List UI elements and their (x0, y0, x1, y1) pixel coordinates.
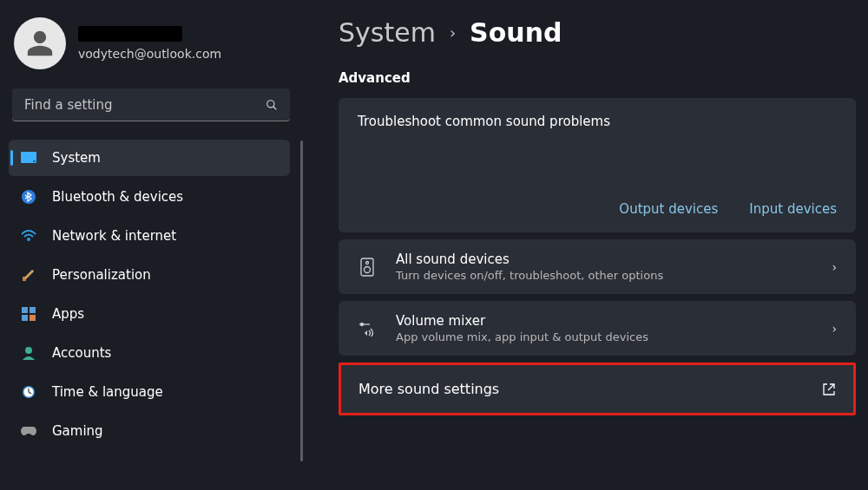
system-icon (21, 150, 36, 166)
more-settings-title: More sound settings (358, 381, 499, 397)
input-devices-link[interactable]: Input devices (749, 201, 837, 217)
breadcrumb-parent[interactable]: System (339, 17, 436, 48)
search-icon (266, 99, 278, 111)
profile-name-redacted (78, 26, 182, 42)
avatar (14, 17, 66, 69)
svg-rect-7 (22, 307, 28, 313)
profile-section[interactable]: vodytech@outlook.com (9, 16, 295, 83)
svg-rect-3 (33, 160, 36, 162)
svg-rect-9 (22, 315, 28, 321)
sidebar-item-apps[interactable]: Apps (9, 296, 290, 332)
svg-point-0 (267, 100, 274, 107)
accounts-icon (21, 345, 36, 361)
svg-rect-8 (30, 307, 36, 313)
gaming-icon (21, 423, 36, 439)
sidebar-item-label: Bluetooth & devices (52, 189, 183, 205)
sidebar-item-label: Accounts (52, 345, 111, 361)
content-area: System › Sound Advanced Troubleshoot com… (304, 0, 868, 490)
sidebar-item-personalization[interactable]: Personalization (9, 257, 290, 293)
mixer-title: Volume mixer (396, 313, 812, 329)
time-icon (21, 384, 36, 400)
chevron-right-icon: › (832, 322, 837, 336)
sidebar-item-label: Apps (52, 306, 84, 322)
profile-email: vodytech@outlook.com (78, 47, 221, 61)
sidebar-item-system[interactable]: System (9, 140, 290, 176)
breadcrumb: System › Sound (339, 17, 859, 48)
volume-mixer-row[interactable]: Volume mixer App volume mix, app input &… (339, 301, 856, 356)
sidebar-item-accounts[interactable]: Accounts (9, 335, 290, 371)
output-devices-link[interactable]: Output devices (619, 201, 718, 217)
svg-point-15 (366, 261, 369, 264)
mixer-icon (358, 321, 377, 336)
more-sound-settings-row[interactable]: More sound settings (339, 363, 856, 415)
apps-icon (21, 306, 36, 322)
chevron-right-icon: › (450, 23, 456, 42)
sidebar-item-gaming[interactable]: Gaming (9, 413, 290, 449)
all-devices-title: All sound devices (396, 252, 812, 267)
bluetooth-icon (21, 189, 36, 205)
sidebar-item-label: Gaming (52, 423, 103, 439)
troubleshoot-title: Troubleshoot common sound problems (358, 114, 837, 129)
person-icon (25, 29, 55, 58)
chevron-right-icon: › (832, 260, 837, 274)
search-input[interactable]: Find a setting (12, 88, 290, 121)
all-devices-sub: Turn devices on/off, troubleshoot, other… (396, 269, 812, 282)
search-placeholder: Find a setting (24, 97, 112, 113)
external-link-icon (822, 382, 836, 396)
sidebar-item-label: Network & internet (52, 228, 176, 244)
sidebar-item-network[interactable]: Network & internet (9, 218, 290, 254)
svg-point-18 (361, 323, 364, 325)
sidebar-item-label: System (52, 150, 101, 166)
svg-rect-10 (30, 315, 36, 321)
sidebar-item-label: Personalization (52, 267, 151, 283)
sidebar: vodytech@outlook.com Find a setting Syst… (0, 0, 304, 490)
nav-list: System Bluetooth & devices Network & int… (9, 137, 295, 481)
all-sound-devices-row[interactable]: All sound devices Turn devices on/off, t… (339, 239, 856, 294)
section-title-advanced: Advanced (339, 70, 859, 86)
breadcrumb-current: Sound (470, 17, 562, 48)
speaker-icon (358, 258, 377, 277)
personalization-icon (21, 267, 36, 283)
profile-text: vodytech@outlook.com (78, 26, 221, 61)
svg-point-16 (365, 266, 371, 272)
svg-point-5 (27, 238, 30, 241)
sidebar-item-time-language[interactable]: Time & language (9, 374, 290, 410)
mixer-sub: App volume mix, app input & output devic… (396, 330, 812, 343)
svg-point-11 (25, 347, 32, 354)
sidebar-item-label: Time & language (52, 384, 163, 400)
sidebar-item-bluetooth[interactable]: Bluetooth & devices (9, 179, 290, 215)
troubleshoot-card: Troubleshoot common sound problems Outpu… (339, 98, 856, 232)
scrollbar[interactable] (300, 140, 303, 461)
network-icon (21, 228, 36, 244)
svg-line-1 (273, 106, 277, 109)
